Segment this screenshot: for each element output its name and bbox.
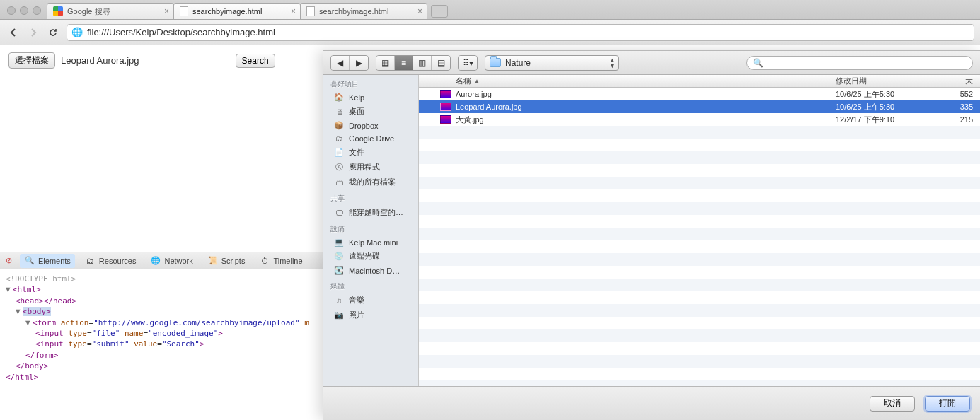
devtools-close-icon[interactable]: ⊘ [3, 255, 14, 267]
file-row [419, 139, 980, 151]
column-name-header[interactable]: 名稱 ▲ [419, 75, 831, 87]
close-tab-icon[interactable]: × [417, 6, 422, 16]
dialog-search-input[interactable]: 🔍 [746, 56, 973, 70]
sidebar-item-label: Macintosh D… [349, 267, 400, 275]
sidebar-item[interactable]: 🗃我的所有檔案 [323, 175, 418, 189]
sidebar-section-media: 媒體 [323, 277, 418, 293]
history-forward-button[interactable]: ▶ [350, 56, 368, 70]
file-date: 10/6/25 上午5:30 [831, 102, 938, 112]
sidebar-item-label: 應用程式 [349, 162, 380, 173]
tab-title: searchbyimage.html [192, 7, 262, 16]
sidebar-item-label: 文件 [349, 147, 364, 158]
chevron-updown-icon: ▲▼ [609, 57, 616, 69]
network-icon: 🌐 [150, 255, 161, 267]
tab-title: Google 搜尋 [67, 6, 110, 17]
sidebar-item[interactable]: 🖥桌面 [323, 104, 418, 119]
code-form-action: http://www.google.com/searchbyimage/uplo… [98, 318, 295, 327]
address-bar[interactable]: 🌐 file:///Users/Kelp/Desktop/searchbyima… [67, 24, 974, 41]
file-row [419, 151, 980, 164]
search-submit-button[interactable]: Search [236, 54, 275, 68]
sidebar-item[interactable]: 📄文件 [323, 145, 418, 160]
minimize-window-icon[interactable] [20, 6, 28, 15]
view-columns-button[interactable]: ▥ [413, 56, 432, 70]
view-icons-button[interactable]: ▦ [376, 56, 395, 70]
file-row [419, 279, 980, 291]
folder-icon [490, 58, 501, 67]
sidebar-item[interactable]: 💿遠端光碟 [323, 249, 418, 264]
timeline-icon: ⏱ [259, 255, 270, 267]
devtools-tab-timeline[interactable]: ⏱ Timeline [255, 254, 306, 268]
browser-tab[interactable]: Google 搜尋 × [47, 3, 174, 19]
file-row [419, 240, 980, 253]
file-open-dialog: ◀ ▶ ▦ ≡ ▥ ▤ ⠿▾ Nature ▲▼ 🔍 喜好項目 🏠Kelp🖥桌面… [323, 50, 980, 420]
file-row[interactable]: Aurora.jpg10/6/25 上午5:30552 [419, 88, 980, 100]
column-date-header[interactable]: 修改日期 [831, 75, 938, 87]
devtools-tab-network[interactable]: 🌐 Network [146, 254, 197, 268]
view-coverflow-button[interactable]: ▤ [432, 56, 450, 70]
sidebar-item[interactable]: 📷照片 [323, 308, 418, 322]
sidebar-item[interactable]: ♫音樂 [323, 293, 418, 308]
close-tab-icon[interactable]: × [164, 6, 169, 16]
history-back-button[interactable]: ◀ [331, 56, 350, 70]
back-button[interactable] [6, 25, 21, 40]
disc-icon: 💿 [333, 252, 345, 261]
sidebar-item[interactable]: 🏠Kelp [323, 91, 418, 104]
photo-icon: 📷 [333, 310, 345, 320]
open-button[interactable]: 打開 [925, 396, 970, 412]
screen-icon: 🖵 [333, 209, 345, 217]
devtools-tab-label: Network [164, 257, 192, 265]
reload-button[interactable] [45, 25, 61, 40]
close-window-icon[interactable] [7, 6, 16, 15]
file-row [419, 164, 980, 177]
arrange-button[interactable]: ⠿▾ [459, 56, 477, 70]
file-row [419, 228, 980, 240]
sidebar-item[interactable]: 🖵能穿越時空的… [323, 205, 418, 220]
file-rows: Aurora.jpg10/6/25 上午5:30552Leopard Auror… [419, 88, 980, 386]
sidebar-item[interactable]: 💻Kelp Mac mini [323, 235, 418, 249]
zoom-window-icon[interactable] [33, 6, 41, 15]
forward-button[interactable] [25, 25, 41, 40]
folder-dropdown[interactable]: Nature ▲▼ [485, 55, 619, 71]
devtools-tab-label: Scripts [221, 257, 246, 265]
column-name-label: 名稱 [456, 76, 471, 86]
file-row[interactable]: Leopard Aurora.jpg10/6/25 上午5:30335 [419, 100, 980, 113]
cancel-button[interactable]: 取消 [870, 396, 915, 412]
home-icon: 🏠 [333, 93, 345, 102]
sidebar-item[interactable]: Ⓐ應用程式 [323, 160, 418, 175]
url-text: file:///Users/Kelp/Desktop/searchbyimage… [87, 27, 275, 37]
browser-tab[interactable]: searchbyimage.html × [173, 3, 301, 19]
sidebar-item[interactable]: 💽Macintosh D… [323, 264, 418, 277]
file-row [419, 291, 980, 304]
file-name: Aurora.jpg [456, 90, 831, 98]
sidebar-item[interactable]: 🗂Google Drive [323, 132, 418, 145]
box-icon: 📦 [333, 121, 345, 130]
column-size-header[interactable]: 大 [938, 75, 980, 87]
close-tab-icon[interactable]: × [291, 6, 296, 16]
sidebar-item-label: 我的所有檔案 [349, 177, 396, 187]
file-row [419, 380, 980, 386]
browser-tab[interactable]: searchbyimage.html × [300, 3, 427, 19]
file-row [419, 202, 980, 215]
file-size: 552 [938, 90, 980, 98]
devtools-tab-scripts[interactable]: 📜 Scripts [203, 254, 250, 268]
new-tab-button[interactable] [431, 5, 448, 18]
devtools-dom-tree[interactable]: <!DOCTYPE html> ▼<html> <head></head> ▼<… [0, 269, 323, 420]
code-input-name: encoded_image [153, 329, 214, 338]
sidebar-item[interactable]: 📦Dropbox [323, 119, 418, 132]
elements-icon: 🔍 [24, 255, 35, 267]
file-row[interactable]: 大黃.jpg12/2/17 下午9:10215 [419, 113, 980, 126]
sidebar-item-label: Google Drive [349, 134, 394, 143]
dialog-search-field[interactable] [768, 58, 967, 68]
file-row [419, 189, 980, 202]
file-row [419, 253, 980, 266]
choose-file-button[interactable]: 選擇檔案 [8, 52, 55, 69]
view-list-button[interactable]: ≡ [395, 56, 413, 70]
hdd-icon: 💽 [333, 266, 345, 275]
desktop-icon: 🖥 [333, 107, 345, 116]
file-favicon-icon [306, 6, 315, 16]
resources-icon: 🗂 [85, 255, 96, 267]
sidebar-item-label: 桌面 [349, 106, 364, 117]
devtools-tab-resources[interactable]: 🗂 Resources [81, 254, 141, 268]
file-size: 215 [938, 115, 980, 124]
devtools-tab-elements[interactable]: 🔍 Elements [20, 254, 75, 268]
